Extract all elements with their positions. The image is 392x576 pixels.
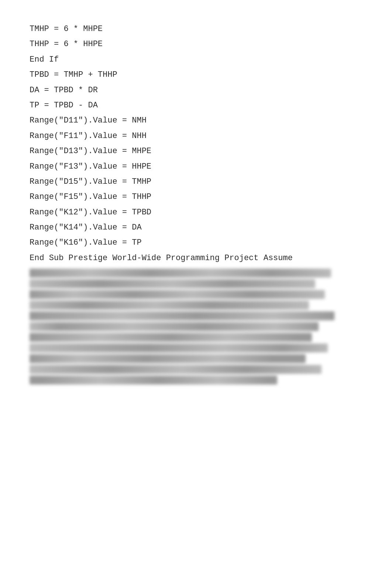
code-lines: TMHP = 6 * MHPETHHP = 6 * HHPEEnd IfTPBD… bbox=[30, 22, 362, 265]
code-line-12: Range("K12").Value = TPBD bbox=[30, 206, 362, 219]
code-line-2: End If bbox=[30, 53, 362, 66]
code-line-14: Range("K16").Value = TP bbox=[30, 236, 362, 249]
blurred-text-section bbox=[30, 269, 347, 384]
code-line-3: TPBD = TMHP + THHP bbox=[30, 68, 362, 82]
code-line-11: Range("F15").Value = THHP bbox=[30, 190, 362, 204]
code-line-4: DA = TPBD * DR bbox=[30, 83, 362, 97]
code-line-10: Range("D15").Value = TMHP bbox=[30, 175, 362, 189]
code-line-13: Range("K14").Value = DA bbox=[30, 221, 362, 234]
code-line-1: THHP = 6 * HHPE bbox=[30, 37, 362, 51]
code-line-8: Range("D13").Value = MHPE bbox=[30, 144, 362, 158]
code-section: TMHP = 6 * MHPETHHP = 6 * HHPEEnd IfTPBD… bbox=[30, 22, 362, 265]
code-line-6: Range("D11").Value = NMH bbox=[30, 114, 362, 127]
code-line-7: Range("F11").Value = NHH bbox=[30, 129, 362, 143]
code-line-5: TP = TPBD - DA bbox=[30, 99, 362, 112]
code-line-9: Range("F13").Value = HHPE bbox=[30, 160, 362, 173]
code-line-0: TMHP = 6 * MHPE bbox=[30, 22, 362, 36]
code-line-15: End Sub Prestige World-Wide Programming … bbox=[30, 251, 362, 265]
